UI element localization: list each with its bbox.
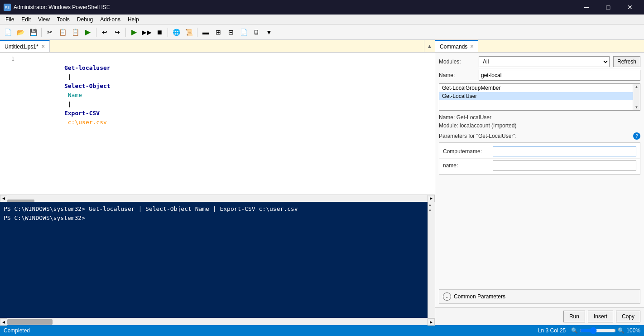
token-selectobject: Select-Object [64, 83, 111, 89]
terminal-vscroll[interactable]: ▲ ▼ [428, 202, 435, 318]
modules-select[interactable]: All Microsoft.PowerShell.Core [479, 56, 610, 67]
toolbar-save[interactable]: 💾 [27, 26, 39, 38]
menu-bar: FileEditViewToolsDebugAdd-onsHelp [0, 15, 644, 24]
toolbar-undo[interactable]: ↩ [99, 26, 111, 38]
commands-tab[interactable]: Commands ✕ [435, 40, 478, 52]
zoom-in-icon[interactable]: 🔍 [618, 327, 625, 334]
toolbar-new[interactable]: 📄 [2, 26, 14, 38]
editor-tab[interactable]: Untitled1.ps1* ✕ [0, 40, 50, 52]
commands-tab-bar: Commands ✕ [435, 40, 644, 53]
zoom-level: 100% [626, 327, 640, 334]
close-button[interactable]: ✕ [620, 0, 640, 15]
cmd-list-scrollbar[interactable]: ▲ ▼ [633, 84, 640, 110]
toolbar-stop[interactable]: ⏹ [154, 26, 165, 38]
toolbar-run-selection[interactable]: ▶▶ [141, 26, 153, 38]
name-input[interactable] [479, 70, 640, 81]
menu-item-add-ons[interactable]: Add-ons [96, 15, 124, 24]
cmd-list-scroll-down[interactable]: ▼ [634, 104, 639, 110]
editor-terminal-wrapper: Untitled1.ps1* ✕ ▲ 1 Get-localuser | Sel… [0, 40, 435, 325]
toolbar-show-pane1[interactable]: ▬ [200, 26, 211, 38]
status-position: Ln 3 Col 25 [538, 327, 566, 334]
common-params-section: ⌄ Common Parameters [439, 289, 640, 304]
cmd-list-item-0[interactable]: Get-LocalGroupMember [439, 84, 640, 92]
common-params-header[interactable]: ⌄ Common Parameters [439, 290, 640, 303]
commands-content: Modules: All Microsoft.PowerShell.Core R… [435, 53, 644, 307]
toolbar-redo[interactable]: ↪ [111, 26, 123, 38]
code-editor[interactable]: 1 Get-localuser | Select-Object Name | E… [0, 53, 435, 195]
param-row-computername: Computername: [439, 145, 640, 159]
menu-item-view[interactable]: View [34, 15, 53, 24]
token-path: c:\user.csv [64, 119, 107, 126]
toolbar-paste[interactable]: 📋 [69, 26, 81, 38]
terminal-hscroll-right[interactable]: ▶ [428, 318, 435, 326]
line-number-1: 1 [0, 54, 18, 63]
hscroll-left[interactable]: ◀ [0, 195, 7, 202]
param-computername-input[interactable] [493, 146, 636, 156]
hscroll-right[interactable]: ▶ [428, 195, 435, 202]
terminal-line-1: PS C:\WINDOWS\system32> Get-localuser | … [4, 205, 431, 214]
toolbar-snippets[interactable]: 📄 [238, 26, 250, 38]
toolbar-more[interactable]: ▼ [263, 26, 275, 38]
token-pipe2: | [64, 101, 75, 107]
menu-item-edit[interactable]: Edit [18, 15, 34, 24]
param-name-input[interactable] [493, 161, 636, 170]
tab-close-icon[interactable]: ✕ [41, 44, 45, 49]
zoom-control[interactable]: 🔍 🔍 100% [571, 327, 640, 334]
minimize-button[interactable]: ─ [576, 0, 597, 15]
terminal-line-2: PS C:\WINDOWS\system32> [4, 214, 431, 223]
vscroll-down-arrow[interactable]: ▼ [428, 208, 435, 214]
menu-item-help[interactable]: Help [124, 15, 143, 24]
toolbar-open[interactable]: 📂 [14, 26, 26, 38]
terminal-section: PS C:\WINDOWS\system32> Get-localuser | … [0, 202, 435, 325]
terminal-hscroll-track[interactable] [7, 318, 428, 325]
commands-panel: Commands ✕ Modules: All Microsoft.PowerS… [435, 40, 644, 325]
toolbar-copy[interactable]: 📋 [57, 26, 68, 38]
status-bar: Completed Ln 3 Col 25 🔍 🔍 100% [0, 325, 644, 336]
tab-scroll-button[interactable]: ▲ [424, 40, 435, 52]
toolbar-run-script-bg[interactable]: ▶ [82, 26, 94, 38]
name-row: Name: [439, 70, 640, 81]
window-title: Administrator: Windows PowerShell ISE [14, 4, 110, 10]
zoom-slider[interactable] [580, 327, 616, 334]
terminal-hscroll-left[interactable]: ◀ [0, 318, 7, 326]
modules-label: Modules: [439, 58, 475, 65]
code-content-1: Get-localuser | Select-Object Name | Exp… [18, 54, 111, 136]
toolbar-run[interactable]: ▶ [128, 26, 140, 38]
editor-section: Untitled1.ps1* ✕ ▲ 1 Get-localuser | Sel… [0, 40, 435, 202]
refresh-button[interactable]: Refresh [613, 56, 640, 67]
toolbar-new-remote[interactable]: 🌐 [170, 26, 182, 38]
menu-item-debug[interactable]: Debug [73, 15, 96, 24]
tab-bar: Untitled1.ps1* ✕ ▲ [0, 40, 435, 53]
maximize-button[interactable]: □ [598, 0, 619, 15]
terminal-hscroll[interactable]: ◀ ▶ [0, 318, 435, 325]
commands-footer: Run Insert Copy [435, 307, 644, 325]
commands-tab-close[interactable]: ✕ [470, 44, 474, 49]
main-area: Untitled1.ps1* ✕ ▲ 1 Get-localuser | Sel… [0, 40, 644, 325]
menu-item-file[interactable]: File [2, 15, 18, 24]
toolbar-ps[interactable]: 📜 [183, 26, 195, 38]
command-list[interactable]: Get-LocalGroupMember Get-LocalUser ▲ ▼ [439, 83, 640, 111]
toolbar-show-pane3[interactable]: ⊟ [225, 26, 237, 38]
run-button[interactable]: Run [563, 311, 585, 322]
name-label: Name: [439, 72, 475, 78]
menu-item-tools[interactable]: Tools [53, 15, 73, 24]
copy-button[interactable]: Copy [616, 311, 640, 322]
toolbar-commands-pane[interactable]: 🖥 [250, 26, 262, 38]
help-icon[interactable]: ? [633, 132, 640, 140]
param-name-label: name: [443, 162, 493, 169]
cmd-list-item-1[interactable]: Get-LocalUser [439, 92, 640, 100]
zoom-out-icon[interactable]: 🔍 [571, 327, 578, 334]
editor-hscroll[interactable]: ◀ ▶ [0, 195, 435, 202]
terminal-pane[interactable]: PS C:\WINDOWS\system32> Get-localuser | … [0, 202, 435, 318]
param-fields: Computername: name: [439, 142, 640, 175]
vscroll-up-arrow[interactable]: ▲ [428, 202, 435, 208]
terminal-hscroll-thumb[interactable] [7, 319, 53, 325]
insert-button[interactable]: Insert [588, 311, 613, 322]
window-controls: ─ □ ✕ [576, 0, 640, 15]
toolbar-cut[interactable]: ✂ [44, 26, 56, 38]
param-row-name: name: [439, 159, 640, 172]
params-for-label: Parameters for "Get-LocalUser": [439, 133, 517, 139]
cmd-list-scroll-up[interactable]: ▲ [634, 84, 639, 90]
toolbar-show-pane2[interactable]: ⊞ [212, 26, 224, 38]
token-exportcsv: Export-CSV [64, 110, 100, 117]
